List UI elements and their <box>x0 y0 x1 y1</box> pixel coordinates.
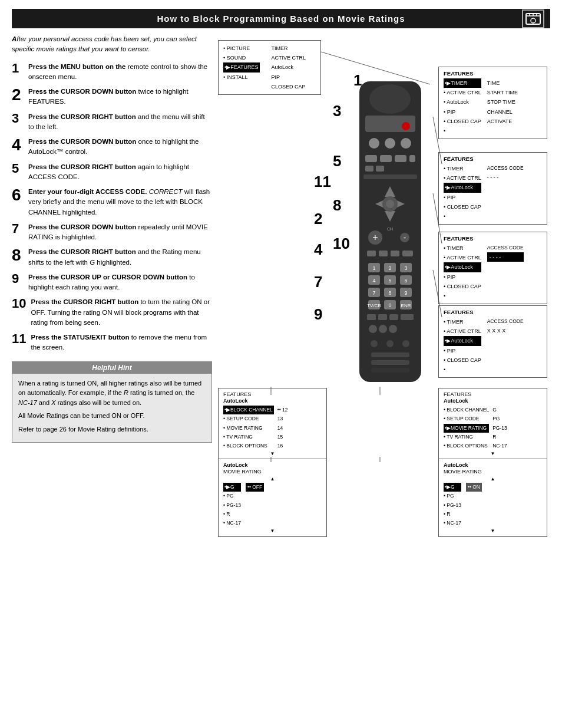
step-1-num: 1 <box>12 62 24 75</box>
svg-text:ENR: ENR <box>401 303 411 308</box>
svg-point-63 <box>369 325 377 333</box>
svg-rect-33 <box>391 251 399 256</box>
full-diagram: • PICTURE • SOUND •▶FEATURES • INSTALL T… <box>218 34 550 494</box>
svg-point-9 <box>369 138 379 149</box>
svg-point-10 <box>385 138 395 149</box>
intro-text: After your personal access code has been… <box>12 34 212 55</box>
step-2: 2 Press the CURSOR DOWN button twice to … <box>12 87 212 107</box>
step-9-num: 9 <box>12 272 24 285</box>
step-11: 11 Press the STATUS/EXIT button to remov… <box>12 332 212 353</box>
step-3-overlay: 3 <box>333 102 341 120</box>
step-5-text: Press the CURSOR RIGHT button again to h… <box>28 162 212 183</box>
step-2-overlay: 2 <box>314 210 322 228</box>
step-7: 7 Press the CURSOR DOWN button repeatedl… <box>12 222 212 243</box>
svg-rect-17 <box>365 166 373 172</box>
hint-para-2: All Movie Ratings can be turned ON or OF… <box>18 411 206 421</box>
svg-text:2: 2 <box>388 265 391 271</box>
svg-point-5 <box>531 18 535 23</box>
svg-text:CH: CH <box>387 227 393 231</box>
svg-rect-32 <box>379 251 388 256</box>
header-icon <box>522 9 544 28</box>
initial-menu-box: • PICTURE • SOUND •▶FEATURES • INSTALL T… <box>218 40 321 95</box>
step-2-text: Press the CURSOR DOWN button twice to hi… <box>28 87 212 107</box>
svg-text:-: - <box>404 233 406 242</box>
svg-text:1: 1 <box>372 265 375 271</box>
step-4-text: Press the CURSOR DOWN button once to hig… <box>28 137 212 157</box>
svg-text:0: 0 <box>388 302 391 308</box>
svg-rect-71 <box>371 368 409 373</box>
movie-rating-off: AutoLock MOVIE RATING ▲ •▶G • PG • PG-13… <box>218 459 327 537</box>
remote-svg: + - CH 1 2 3 <box>351 81 430 388</box>
step-4-num: 4 <box>12 137 24 153</box>
step-5-overlay: 5 <box>333 152 341 170</box>
step-11-text: Press the STATUS/EXIT button to remove t… <box>31 332 212 353</box>
svg-rect-13 <box>365 155 377 162</box>
step-1: 1 Press the MENU button on the remote co… <box>12 62 212 83</box>
step-10-num: 10 <box>12 297 26 310</box>
svg-rect-60 <box>378 314 387 320</box>
step-4-overlay: 4 <box>314 241 322 259</box>
svg-text:4: 4 <box>372 278 375 284</box>
step-8-overlay: 8 <box>333 196 341 215</box>
step-8-text: Press the CURSOR RIGHT button and the Ra… <box>28 247 212 268</box>
svg-point-68 <box>402 340 409 347</box>
svg-text:3: 3 <box>404 265 407 271</box>
svg-rect-16 <box>409 155 415 162</box>
step-11-overlay: 11 <box>314 173 331 191</box>
step-5-num: 5 <box>12 162 24 175</box>
svg-text:9: 9 <box>404 290 407 296</box>
svg-point-12 <box>402 122 410 130</box>
autolock-menu-2: FEATURES AutoLock • BLOCK CHANNEL • SETU… <box>438 388 547 460</box>
step-1-text: Press the MENU button on the remote cont… <box>28 62 212 83</box>
svg-line-72 <box>321 52 430 84</box>
step-6-num: 6 <box>12 187 24 203</box>
step-8-num: 8 <box>12 247 24 263</box>
movie-rating-on: AutoLock MOVIE RATING ▲ •▶G • PG • PG-13… <box>438 459 547 537</box>
svg-text:+: + <box>372 232 378 242</box>
step-3: 3 Press the CURSOR RIGHT button and the … <box>12 112 212 133</box>
hint-title: Helpful Hint <box>12 362 211 374</box>
svg-text:6: 6 <box>404 278 407 284</box>
svg-rect-69 <box>371 353 409 357</box>
step-10: 10 Press the CURSOR RIGHT button to turn… <box>12 297 212 328</box>
svg-rect-62 <box>401 314 414 320</box>
svg-point-25 <box>386 200 394 208</box>
svg-rect-19 <box>363 174 417 179</box>
svg-rect-61 <box>389 314 398 320</box>
svg-rect-34 <box>402 251 413 256</box>
hint-para-1: When a rating is turned ON, all higher r… <box>18 378 206 408</box>
svg-point-66 <box>371 340 378 347</box>
svg-point-7 <box>369 84 411 114</box>
step-5: 5 Press the CURSOR RIGHT button again to… <box>12 162 212 183</box>
right-column: • PICTURE • SOUND •▶FEATURES • INSTALL T… <box>221 34 550 494</box>
svg-rect-59 <box>367 314 376 320</box>
step-6: 6 Enter your four-digit ACCESS CODE. COR… <box>12 187 212 218</box>
autolock-menu-1: FEATURES AutoLock •▶BLOCK CHANNEL • SETU… <box>218 388 327 460</box>
svg-rect-70 <box>371 360 409 365</box>
svg-text:7: 7 <box>372 290 375 296</box>
svg-point-11 <box>401 138 411 149</box>
svg-point-67 <box>386 340 394 347</box>
svg-point-64 <box>379 325 387 333</box>
step-10-overlay: 10 <box>333 235 350 253</box>
features-menu-4: FEATURES • TIMER • ACTIVE CTRL •▶AutoLoc… <box>438 232 547 304</box>
svg-point-65 <box>389 325 397 333</box>
features-menu-5: FEATURES • TIMER • ACTIVE CTRL •▶AutoLoc… <box>438 305 547 378</box>
step-9-overlay: 9 <box>314 305 322 324</box>
step-3-text: Press the CURSOR RIGHT button and the me… <box>28 112 212 133</box>
page-header: How to Block Programming Based on Movie … <box>12 9 550 28</box>
step-8: 8 Press the CURSOR RIGHT button and the … <box>12 247 212 268</box>
svg-rect-18 <box>376 166 384 172</box>
step-3-num: 3 <box>12 112 24 125</box>
svg-text:8: 8 <box>388 290 391 296</box>
step-10-text: Press the CURSOR RIGHT button to turn th… <box>31 297 212 328</box>
step-2-num: 2 <box>12 87 24 103</box>
remote-control: + - CH 1 2 3 <box>351 81 430 390</box>
step-9-text: Press the CURSOR UP or CURSOR DOWN butto… <box>28 272 212 293</box>
svg-text:5: 5 <box>388 278 391 284</box>
step-7-num: 7 <box>12 222 24 235</box>
header-title: How to Block Programming Based on Movie … <box>157 14 405 24</box>
hint-para-3: Refer to page 26 for Movie Rating defini… <box>18 424 206 434</box>
step-6-text: Enter your four-digit ACCESS CODE. CORRE… <box>28 187 212 218</box>
step-7-overlay: 7 <box>314 273 322 291</box>
